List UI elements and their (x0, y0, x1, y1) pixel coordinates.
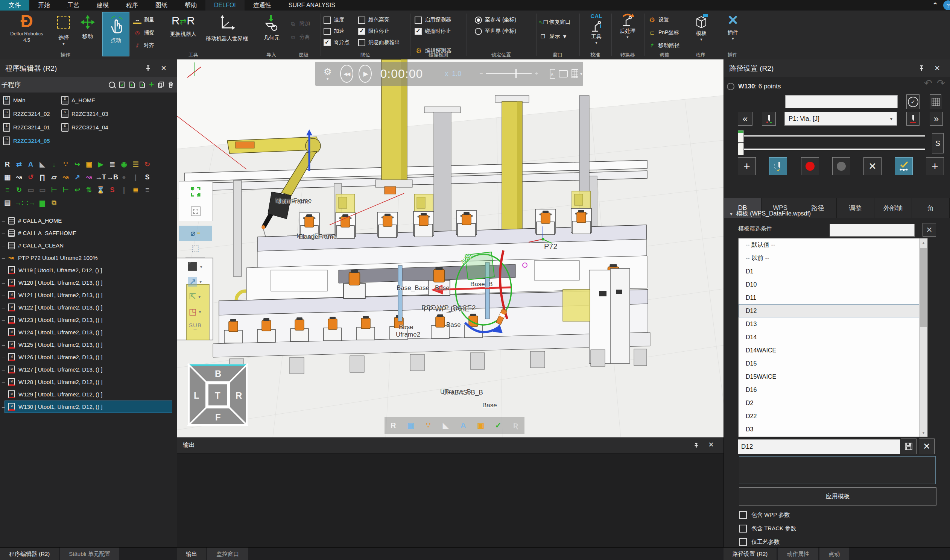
menu-item[interactable]: 建模 (88, 0, 117, 11)
template-filter-input[interactable] (830, 224, 915, 237)
torch-to-point-button[interactable] (762, 112, 776, 126)
toolbar-icon[interactable]: ▶ (95, 159, 106, 169)
toolbar-icon[interactable]: :→ (25, 197, 37, 208)
toolbar-icon[interactable]: ≡ (142, 185, 153, 195)
frame-axis-icon[interactable]: ↗▼ (179, 274, 212, 289)
collision-checkbox[interactable]: 启用探测器 (415, 14, 451, 26)
panel-tab[interactable]: Stäubli 单元配置 (60, 548, 119, 560)
geometry-button[interactable]: 几何元 (260, 12, 284, 56)
toolbar-icon[interactable]: ◉ (118, 159, 130, 169)
limit-checkbox[interactable]: 奇异点 (323, 37, 350, 48)
film-icon[interactable] (571, 69, 578, 78)
statement-row[interactable]: – ↝ ᴎ W125 [ Utool1, Uframe2, D13, () ] (5, 338, 172, 351)
sub-curve-icon[interactable]: SUB ⌒ (179, 319, 212, 337)
template-name-input[interactable] (738, 439, 900, 454)
select-button[interactable]: 选择 ▼ (53, 12, 74, 56)
statement-row[interactable]: – ↝ ᴎ W126 [ Utool1, Uframe2, D13, () ] (5, 351, 172, 363)
close-icon[interactable]: × (707, 440, 715, 449)
undo-icon[interactable]: ↶ (924, 77, 932, 89)
toolbar-icon[interactable]: ∏ (37, 172, 48, 182)
apply-template-button[interactable]: 应用模板 (739, 488, 936, 505)
template-list[interactable]: -- 默认值 ---- 以前 --D1D10D11D12D13D14D14WAI… (738, 238, 928, 437)
template-list-item[interactable]: D22 (739, 409, 927, 423)
toolbar-icon[interactable]: ↻ (142, 159, 153, 169)
point-select-dropdown[interactable]: P1: Via, [J] ▼ (784, 112, 897, 126)
statement-row[interactable]: – ↝ ᴎ W130 [ Utool1, Uframe2, D12, () ] (5, 400, 172, 413)
scrollbar[interactable]: ▲ ▼ (919, 238, 927, 437)
toolbar-icon[interactable]: ↝ (60, 172, 71, 182)
3d-viewport[interactable]: MountFrameJointFrameMountFrameFlangeFram… (177, 59, 724, 437)
menu-item[interactable]: 图纸 (147, 0, 176, 11)
template-list-item[interactable]: -- 以前 -- (739, 252, 927, 265)
limit-checkbox[interactable]: 颜色高亮 (358, 14, 400, 26)
pin-icon[interactable] (917, 64, 925, 72)
statement-row[interactable]: – ↝ ᴎ W123 [ Utool1, Uframe2, D13, () ] (5, 314, 172, 326)
trash-icon[interactable] (168, 81, 174, 88)
option-checkbox[interactable]: 包含 WPP 参数 (739, 509, 790, 520)
speed-slider-handle[interactable] (738, 143, 744, 155)
toolbar-icon[interactable]: ☰ (130, 159, 142, 169)
statement-row[interactable]: – ↝ ᴎ W119 [ Utool1, Uframe2, D12, () ] (5, 264, 172, 277)
axis-small-icon[interactable]: ⇱▼ (179, 289, 212, 304)
panel-tab[interactable]: 路径设置 (R2) (724, 548, 776, 560)
move-button[interactable]: 移动 (76, 12, 99, 56)
limit-checkbox[interactable]: 速度 (323, 14, 350, 26)
toolbar-icon[interactable]: ▱ (48, 172, 60, 182)
swap-robot-button[interactable]: R⇄R 更换机器人 (167, 12, 199, 56)
scroll-down-icon[interactable]: ▼ (919, 428, 927, 437)
option-checkbox[interactable]: 包含 TRACK 参数 (739, 523, 796, 534)
statement-row[interactable]: – ↝ ᴎ W124 [ Utool1, Uframe2, D13, () ] (5, 326, 172, 338)
view-cube[interactable]: B L T R F (187, 363, 248, 427)
toolbar-icon[interactable]: ⇄ (13, 159, 25, 169)
playback-settings-button[interactable]: ⚙ ▼ (323, 66, 332, 81)
move-path-button[interactable]: ↱ 移动路径 (648, 41, 679, 51)
template-description-textarea[interactable] (739, 456, 936, 484)
option-checkbox[interactable]: 仅工艺参数 (739, 536, 779, 548)
subprogram-item[interactable]: S R2ZC3214_01 (0, 121, 59, 133)
help-icon[interactable]: ? (943, 0, 950, 10)
speed-slider-track[interactable] (740, 149, 925, 150)
verify-path-button[interactable] (895, 157, 913, 175)
statement-row[interactable]: – ↝ ᴎ W128 [ Utool1, Uframe2, D12, () ] (5, 376, 172, 388)
template-button[interactable]: 模板 ▼ (689, 12, 713, 56)
toolbar-icon[interactable]: ↩ (71, 185, 83, 195)
viewport-tool-icon[interactable]: ▣ (474, 418, 488, 432)
template-list-item[interactable]: D15WAICE (739, 370, 927, 383)
viewport-tool-icon[interactable]: ◣ (439, 418, 453, 432)
speed-slider[interactable] (486, 69, 532, 78)
add-point-before-button[interactable]: + (738, 157, 756, 175)
template-list-item[interactable]: D12 (739, 304, 927, 317)
toolbar-icon[interactable]: ▦ (2, 172, 13, 182)
toolbar-icon[interactable]: ≡ (2, 185, 13, 195)
rewind-button[interactable]: ◀◀ (340, 65, 353, 83)
toolbar-icon[interactable]: ≣ (130, 185, 142, 195)
statement-row[interactable]: – ↝ ᴎ # CALL A_HOME (5, 214, 172, 227)
restore-window-button[interactable]: ↖❐ 恢复窗口 (539, 17, 570, 27)
solid-cube-icon[interactable]: ⬛▼ (179, 259, 212, 274)
collision-checkbox[interactable]: 碰撞时停止 (415, 26, 451, 37)
toolbar-icon[interactable]: ↻ (13, 185, 25, 195)
toolbar-icon[interactable]: ▣ (83, 159, 95, 169)
rgb-cube-icon[interactable]: ◳▼ (179, 304, 212, 319)
statement-row[interactable]: – ↝ ᴎ # CALL A_SAFEHOME (5, 227, 172, 239)
template-list-item[interactable]: D15 (739, 357, 927, 370)
subprogram-item[interactable]: S R2ZC3214_04 (59, 121, 177, 133)
detach-button[interactable]: ⧉ 分离 (289, 32, 310, 42)
template-list-item[interactable]: D1 (739, 265, 927, 278)
scroll-up-icon[interactable]: ▲ (919, 238, 927, 247)
toolbar-icon[interactable]: ⌛ (95, 185, 106, 195)
record-button[interactable] (801, 157, 819, 175)
move-robot-world-frame-button[interactable]: 移动机器人世界框 (200, 12, 254, 56)
template-list-item[interactable]: D14 (739, 331, 927, 344)
close-icon[interactable]: × (160, 64, 168, 72)
add-program-icon[interactable]: + (149, 80, 154, 89)
toolbar-icon[interactable]: ↗ (71, 172, 83, 182)
toolbar-icon[interactable]: ▭ (25, 185, 37, 195)
copy-icon[interactable] (158, 81, 164, 88)
toolbar-icon[interactable]: | (118, 185, 130, 195)
wireframe-cube-icon[interactable]: ⬚ (179, 241, 212, 256)
tab[interactable]: 角 (912, 198, 950, 218)
toolbar-icon[interactable]: ▤ (2, 197, 13, 208)
plugin-button[interactable]: ✕ 插件 ▼ (721, 12, 745, 56)
toolbar-icon[interactable]: | (130, 172, 142, 182)
